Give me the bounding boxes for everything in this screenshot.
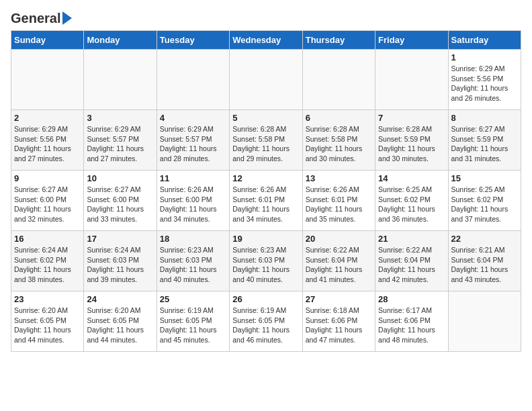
day-cell: 11Sunrise: 6:26 AM Sunset: 6:00 PM Dayli… [157,171,229,231]
day-number: 9 [14,173,81,183]
day-cell: 28Sunrise: 6:17 AM Sunset: 6:06 PM Dayli… [375,291,448,352]
day-number: 2 [14,113,81,123]
day-number: 16 [14,234,81,244]
day-number: 13 [306,173,372,183]
day-info: Sunrise: 6:29 AM Sunset: 5:57 PM Dayligh… [87,124,153,164]
day-cell [11,50,84,110]
day-number: 17 [87,234,153,244]
day-cell: 12Sunrise: 6:26 AM Sunset: 6:01 PM Dayli… [230,171,302,231]
day-number: 15 [451,173,518,183]
day-info: Sunrise: 6:29 AM Sunset: 5:56 PM Dayligh… [14,124,81,164]
day-info: Sunrise: 6:28 AM Sunset: 5:59 PM Dayligh… [378,124,445,164]
day-header-tuesday: Tuesday [157,31,229,50]
logo-arrow-icon [62,11,72,25]
day-number: 20 [306,234,372,244]
day-number: 26 [232,294,299,304]
week-row-2: 2Sunrise: 6:29 AM Sunset: 5:56 PM Daylig… [11,110,521,171]
day-info: Sunrise: 6:29 AM Sunset: 5:57 PM Dayligh… [160,124,226,164]
day-number: 5 [232,113,299,123]
day-info: Sunrise: 6:24 AM Sunset: 6:02 PM Dayligh… [14,245,81,285]
day-info: Sunrise: 6:18 AM Sunset: 6:06 PM Dayligh… [306,306,372,345]
day-number: 21 [378,234,445,244]
calendar-body: 1Sunrise: 6:29 AM Sunset: 5:56 PM Daylig… [11,50,521,352]
day-cell: 25Sunrise: 6:19 AM Sunset: 6:05 PM Dayli… [157,291,229,352]
day-number: 1 [451,52,518,62]
day-number: 24 [87,294,153,304]
day-cell: 1Sunrise: 6:29 AM Sunset: 5:56 PM Daylig… [448,50,521,110]
day-cell [230,50,302,110]
day-header-monday: Monday [84,31,157,50]
day-cell: 27Sunrise: 6:18 AM Sunset: 6:06 PM Dayli… [302,291,375,352]
day-info: Sunrise: 6:23 AM Sunset: 6:03 PM Dayligh… [160,245,226,285]
day-cell: 19Sunrise: 6:23 AM Sunset: 6:03 PM Dayli… [230,231,302,291]
day-info: Sunrise: 6:28 AM Sunset: 5:58 PM Dayligh… [306,124,372,164]
week-row-1: 1Sunrise: 6:29 AM Sunset: 5:56 PM Daylig… [11,50,521,110]
day-cell: 22Sunrise: 6:21 AM Sunset: 6:04 PM Dayli… [448,231,521,291]
day-cell: 10Sunrise: 6:27 AM Sunset: 6:00 PM Dayli… [84,171,157,231]
day-cell: 6Sunrise: 6:28 AM Sunset: 5:58 PM Daylig… [302,110,375,171]
day-info: Sunrise: 6:27 AM Sunset: 6:00 PM Dayligh… [14,185,81,224]
day-number: 7 [378,113,445,123]
day-number: 8 [451,113,518,123]
day-cell: 9Sunrise: 6:27 AM Sunset: 6:00 PM Daylig… [11,171,84,231]
day-info: Sunrise: 6:22 AM Sunset: 6:04 PM Dayligh… [378,245,445,285]
days-of-week-row: SundayMondayTuesdayWednesdayThursdayFrid… [11,31,521,50]
day-header-saturday: Saturday [448,31,521,50]
day-cell: 17Sunrise: 6:24 AM Sunset: 6:03 PM Dayli… [84,231,157,291]
day-info: Sunrise: 6:26 AM Sunset: 6:01 PM Dayligh… [232,185,299,224]
day-cell: 21Sunrise: 6:22 AM Sunset: 6:04 PM Dayli… [375,231,448,291]
day-cell [448,291,521,352]
day-header-wednesday: Wednesday [230,31,302,50]
day-cell: 13Sunrise: 6:26 AM Sunset: 6:01 PM Dayli… [302,171,375,231]
header: General [11,11,521,24]
week-row-5: 23Sunrise: 6:20 AM Sunset: 6:05 PM Dayli… [11,291,521,352]
day-number: 11 [160,173,226,183]
day-info: Sunrise: 6:24 AM Sunset: 6:03 PM Dayligh… [87,245,153,285]
day-header-thursday: Thursday [302,31,375,50]
week-row-3: 9Sunrise: 6:27 AM Sunset: 6:00 PM Daylig… [11,171,521,231]
day-info: Sunrise: 6:25 AM Sunset: 6:02 PM Dayligh… [378,185,445,224]
day-info: Sunrise: 6:19 AM Sunset: 6:05 PM Dayligh… [232,306,299,345]
day-info: Sunrise: 6:23 AM Sunset: 6:03 PM Dayligh… [232,245,299,285]
day-number: 23 [14,294,81,304]
day-cell: 24Sunrise: 6:20 AM Sunset: 6:05 PM Dayli… [84,291,157,352]
day-number: 3 [87,113,153,123]
calendar-table: SundayMondayTuesdayWednesdayThursdayFrid… [11,30,521,352]
day-header-friday: Friday [375,31,448,50]
day-header-sunday: Sunday [11,31,84,50]
day-number: 10 [87,173,153,183]
day-number: 12 [232,173,299,183]
day-number: 14 [378,173,445,183]
day-cell: 18Sunrise: 6:23 AM Sunset: 6:03 PM Dayli… [157,231,229,291]
day-cell: 5Sunrise: 6:28 AM Sunset: 5:58 PM Daylig… [230,110,302,171]
day-info: Sunrise: 6:25 AM Sunset: 6:02 PM Dayligh… [451,185,518,224]
day-number: 27 [306,294,372,304]
day-cell [302,50,375,110]
day-cell [157,50,229,110]
day-info: Sunrise: 6:22 AM Sunset: 6:04 PM Dayligh… [306,245,372,285]
day-number: 28 [378,294,445,304]
day-cell: 23Sunrise: 6:20 AM Sunset: 6:05 PM Dayli… [11,291,84,352]
day-info: Sunrise: 6:26 AM Sunset: 6:00 PM Dayligh… [160,185,226,224]
day-info: Sunrise: 6:26 AM Sunset: 6:01 PM Dayligh… [306,185,372,224]
day-number: 18 [160,234,226,244]
day-info: Sunrise: 6:20 AM Sunset: 6:05 PM Dayligh… [14,306,81,345]
day-cell: 2Sunrise: 6:29 AM Sunset: 5:56 PM Daylig… [11,110,84,171]
day-cell [84,50,157,110]
day-number: 25 [160,294,226,304]
day-cell: 16Sunrise: 6:24 AM Sunset: 6:02 PM Dayli… [11,231,84,291]
week-row-4: 16Sunrise: 6:24 AM Sunset: 6:02 PM Dayli… [11,231,521,291]
day-cell: 15Sunrise: 6:25 AM Sunset: 6:02 PM Dayli… [448,171,521,231]
logo: General [11,11,72,24]
day-info: Sunrise: 6:21 AM Sunset: 6:04 PM Dayligh… [451,245,518,285]
day-info: Sunrise: 6:27 AM Sunset: 6:00 PM Dayligh… [87,185,153,224]
day-cell: 14Sunrise: 6:25 AM Sunset: 6:02 PM Dayli… [375,171,448,231]
day-cell: 3Sunrise: 6:29 AM Sunset: 5:57 PM Daylig… [84,110,157,171]
logo-general-text: General [11,11,60,26]
day-info: Sunrise: 6:27 AM Sunset: 5:59 PM Dayligh… [451,124,518,164]
day-cell: 26Sunrise: 6:19 AM Sunset: 6:05 PM Dayli… [230,291,302,352]
day-number: 6 [306,113,372,123]
day-cell: 8Sunrise: 6:27 AM Sunset: 5:59 PM Daylig… [448,110,521,171]
day-info: Sunrise: 6:17 AM Sunset: 6:06 PM Dayligh… [378,306,445,345]
day-number: 22 [451,234,518,244]
